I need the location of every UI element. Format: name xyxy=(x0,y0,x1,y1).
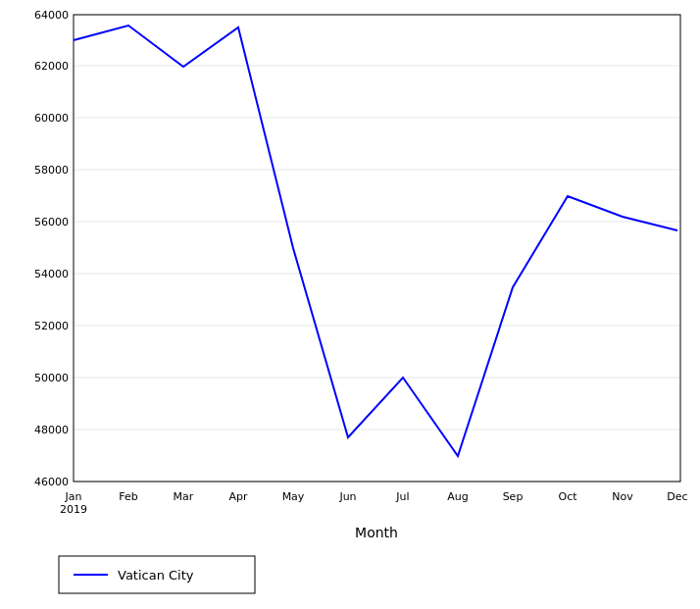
legend-label: Vatican City xyxy=(118,568,194,583)
chart-container: 46000 48000 50000 52000 54000 56000 58 xyxy=(0,0,700,609)
x-tick-oct: Oct xyxy=(558,490,577,503)
x-tick-jan: Jan xyxy=(65,490,82,503)
y-tick-56000: 56000 xyxy=(34,216,69,228)
x-tick-sep: Sep xyxy=(503,490,524,503)
x-axis-label: Month xyxy=(355,525,398,540)
y-tick-64000: 64000 xyxy=(34,9,69,22)
x-tick-may: May xyxy=(282,490,305,503)
x-axis: Jan 2019 Feb Mar Apr May Jun Jul Aug xyxy=(60,490,688,516)
svg-rect-10 xyxy=(74,15,680,482)
y-tick-46000: 46000 xyxy=(34,476,69,488)
y-tick-54000: 54000 xyxy=(34,268,69,280)
x-tick-nov: Nov xyxy=(612,490,633,503)
x-tick-dec: Dec xyxy=(667,490,687,503)
x-tick-apr: Apr xyxy=(228,490,248,503)
x-tick-aug: Aug xyxy=(447,490,468,503)
x-tick-mar: Mar xyxy=(174,490,194,503)
x-tick-feb: Feb xyxy=(119,490,137,503)
y-tick-50000: 50000 xyxy=(34,372,69,384)
x-tick-jul: Jul xyxy=(395,490,409,503)
x-tick-2019: 2019 xyxy=(60,503,87,516)
y-tick-52000: 52000 xyxy=(34,320,69,332)
y-tick-58000: 58000 xyxy=(34,164,69,177)
y-tick-62000: 62000 xyxy=(34,60,69,73)
y-tick-48000: 48000 xyxy=(34,424,69,436)
x-tick-jun: Jun xyxy=(338,490,356,503)
y-tick-60000: 60000 xyxy=(34,112,69,125)
y-axis: 46000 48000 50000 52000 54000 56000 58 xyxy=(34,9,680,488)
data-line-vatican-city xyxy=(74,25,677,456)
